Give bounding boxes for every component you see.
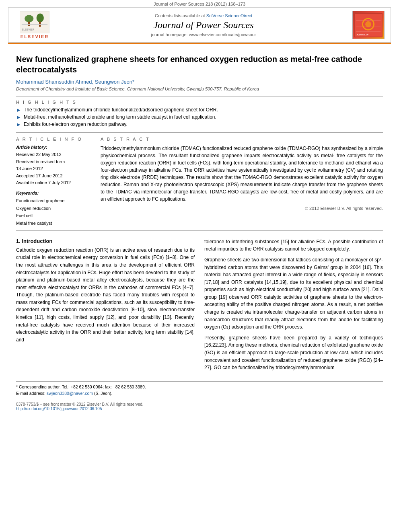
keywords-label: Keywords: <box>16 191 93 195</box>
journal-title: Journal of Power Sources <box>57 20 350 31</box>
issn-line: 0378-7753/$ – see front matter © 2012 El… <box>16 402 383 407</box>
svg-text:JOURNAL OF: JOURNAL OF <box>357 34 369 36</box>
article-info-col: A R T I C L E I N F O Article history: R… <box>16 137 93 227</box>
keyword-1: Functionalized graphene <box>16 197 93 205</box>
history-item-2: Received in revised form <box>16 158 93 166</box>
section-1-heading: 1. Introduction <box>16 238 195 244</box>
rule-2 <box>16 132 383 133</box>
keyword-4: Metal free catalyst <box>16 220 93 227</box>
highlight-item-3: ► Exhibits four-electron oxygen reductio… <box>16 121 383 127</box>
highlight-text-3: Exhibits four-electron oxygen reduction … <box>24 121 128 127</box>
body-left-col: 1. Introduction Cathodic oxygen reductio… <box>16 238 195 375</box>
elsevier-tree-icon: ELSEVIER <box>19 11 51 33</box>
svg-rect-5 <box>22 24 47 25</box>
sciverse-link-anchor[interactable]: SciVerse ScienceDirect <box>206 13 252 18</box>
history-item-4: Accepted 17 June 2012 <box>16 173 93 180</box>
doi-link[interactable]: http://dx.doi.org/10.1016/j.jpowsour.201… <box>16 407 102 411</box>
article-info-label: A R T I C L E I N F O <box>16 137 93 142</box>
history-item-5: Available online 7 July 2012 <box>16 179 93 187</box>
history-item-1: Received 22 May 2012 <box>16 151 93 158</box>
article-meta-columns: A R T I C L E I N F O Article history: R… <box>16 137 383 227</box>
keyword-3: Fuel cell <box>16 212 93 220</box>
svg-point-13 <box>365 21 371 27</box>
footer-bottom: 0378-7753/$ – see front matter © 2012 El… <box>16 402 383 411</box>
footnote-corresponding: * Corresponding author. Tel.: +82 62 530… <box>16 384 383 390</box>
abstract-label: A B S T R A C T <box>101 137 383 142</box>
abstract-copyright: © 2012 Elsevier B.V. All rights reserved… <box>101 206 383 211</box>
rule-3 <box>16 230 383 231</box>
email-link[interactable]: swjeon3380@naver.com <box>47 391 93 396</box>
authors-text: Mohammad Shamsuddin Ahmed, Seungwon Jeon… <box>16 79 134 85</box>
doi-line: http://dx.doi.org/10.1016/j.jpowsour.201… <box>16 407 383 411</box>
article-title: New functionalized graphene sheets for e… <box>16 54 383 75</box>
authors-line: Mohammad Shamsuddin Ahmed, Seungwon Jeon… <box>16 79 383 85</box>
sciverse-link: Contents lists available at SciVerse Sci… <box>57 13 350 18</box>
highlight-arrow-3: ► <box>16 121 21 127</box>
journal-cover-icon: JOURNAL OF <box>354 12 383 38</box>
header-center: Contents lists available at SciVerse Sci… <box>57 13 350 37</box>
main-content: New functionalized graphene sheets for e… <box>0 44 399 419</box>
intro-para-2: tolerance to interfering substances [15]… <box>204 238 383 253</box>
intro-para-1: Cathodic oxygen reduction reaction (ORR)… <box>16 246 195 344</box>
journal-ref-text: Journal of Power Sources 218 (2012) 168–… <box>154 2 245 6</box>
intro-para-3: Graphene sheets are two-dimensional flat… <box>204 256 383 331</box>
highlights-section: H I G H L I G H T S ► The tridodecylmeth… <box>16 100 383 127</box>
history-item-3: 13 June 2012 <box>16 165 93 173</box>
email-label: E-mail address: <box>16 391 47 396</box>
svg-rect-2 <box>28 21 31 26</box>
journal-logo-box: JOURNAL OF <box>352 11 385 39</box>
highlight-arrow-2: ► <box>16 114 21 120</box>
section-1-number: 1. <box>16 238 21 244</box>
abstract-col: A B S T R A C T Tridodecylmethylammonium… <box>101 137 383 227</box>
elsevier-text: ELSEVIER <box>21 34 49 39</box>
section-1-title: Introduction <box>22 238 52 244</box>
svg-point-3 <box>37 13 44 22</box>
journal-ref-bar: Journal of Power Sources 218 (2012) 168–… <box>0 0 399 7</box>
highlights-label: H I G H L I G H T S <box>16 100 383 105</box>
elsevier-logo: ELSEVIER ELSEVIER <box>12 11 57 39</box>
highlight-text-2: Metal-free, methanol/ethanol tolerable a… <box>24 114 216 120</box>
body-content: 1. Introduction Cathodic oxygen reductio… <box>16 238 383 375</box>
body-right-col: tolerance to interfering substances [15]… <box>204 238 383 375</box>
body-two-col: 1. Introduction Cathodic oxygen reductio… <box>16 238 383 375</box>
journal-header: ELSEVIER ELSEVIER Contents lists availab… <box>8 7 391 43</box>
email-name: (S. Jeon). <box>94 391 113 396</box>
sciverse-prefix: Contents lists available at <box>155 13 206 18</box>
rule-1 <box>16 96 383 97</box>
intro-para-4: Presently, graphene sheets have been pre… <box>204 334 383 372</box>
svg-text:ELSEVIER: ELSEVIER <box>22 28 35 31</box>
highlight-arrow-1: ► <box>16 107 21 113</box>
footnote-area: * Corresponding author. Tel.: +82 62 530… <box>16 381 383 397</box>
highlight-item-1: ► The tridodecylmethylammonium chloride … <box>16 107 383 113</box>
journal-logo-right: JOURNAL OF <box>350 11 387 39</box>
journal-homepage: journal homepage: www.elsevier.com/locat… <box>57 32 350 37</box>
svg-point-1 <box>25 15 33 22</box>
affiliation: Department of Chemistry and Institute of… <box>16 86 383 91</box>
highlight-item-2: ► Metal-free, methanol/ethanol tolerable… <box>16 114 383 120</box>
keyword-2: Oxygen reduction <box>16 205 93 212</box>
history-label: Article history: <box>16 145 93 150</box>
abstract-text: Tridodecylmethylammonium chloride (TDMAC… <box>101 145 383 203</box>
highlight-text-1: The tridodecylmethylammonium chloride fu… <box>24 107 218 113</box>
footnote-email: E-mail address: swjeon3380@naver.com (S.… <box>16 390 383 397</box>
